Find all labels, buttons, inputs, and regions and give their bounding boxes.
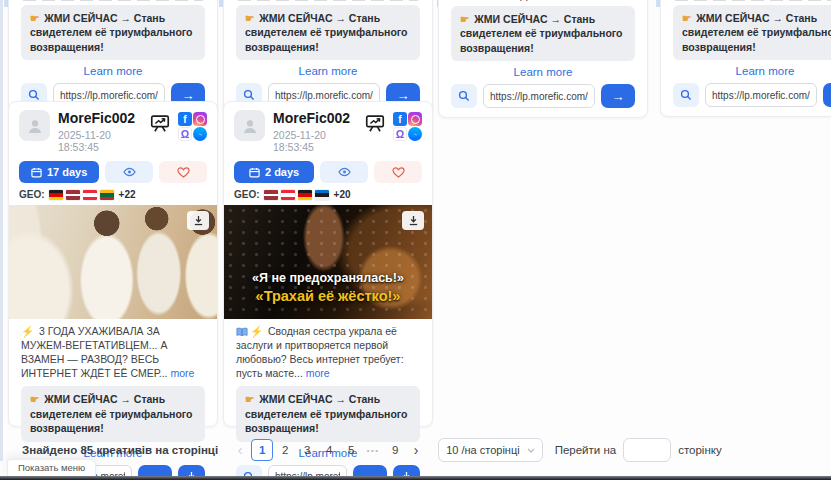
download-icon xyxy=(408,215,419,226)
cta-text: ЖМИ СЕЙЧАС → Стань свидетелем её триумфа… xyxy=(30,12,193,53)
learn-more-link[interactable]: Learn more xyxy=(661,60,831,81)
creative-header: MoreFic002 2025-11-20 18:53:45 f Ω xyxy=(224,102,432,156)
more-link[interactable]: more xyxy=(306,367,330,379)
creative-timestamp: 2025-11-20 18:53:45 xyxy=(273,129,356,153)
eye-icon xyxy=(123,167,136,177)
pointing-hand-icon: ☛ xyxy=(682,12,691,24)
presentation-chart-icon[interactable] xyxy=(364,112,386,134)
audience-glyph: Ω xyxy=(396,128,404,140)
days-active-button[interactable]: 2 days xyxy=(234,161,314,183)
download-image-button[interactable] xyxy=(187,211,209,230)
cta-text: ЖМИ СЕЙЧАС → Стань свидетелем её триумфа… xyxy=(245,12,408,53)
facebook-glyph: f xyxy=(398,114,401,125)
pointing-hand-icon: ☛ xyxy=(30,393,39,405)
days-active-button[interactable]: 17 days xyxy=(19,161,99,183)
show-menu-toggle[interactable]: Показать меню xyxy=(7,459,96,476)
page-button-1[interactable]: 1 xyxy=(251,439,273,461)
page-left-edge xyxy=(0,0,3,461)
landing-url-row: → xyxy=(673,83,831,107)
creative-image[interactable] xyxy=(9,205,217,319)
days-label: 2 days xyxy=(265,166,299,178)
learn-more-link[interactable]: Learn more xyxy=(224,60,432,81)
audience-network-icon: Ω xyxy=(178,127,192,141)
facebook-icon: f xyxy=(393,112,407,126)
learn-more-link[interactable]: Learn more xyxy=(9,60,217,81)
creative-card: MoreFic002 2025-11-20 18:53:45 f Ω 17 da… xyxy=(8,101,218,427)
landing-url-input[interactable] xyxy=(705,83,817,107)
creative-description: ⚡ 3 ГОДА УХАЖИВАЛА ЗА МУЖЕМ-ВЕГЕТАТИВЦЕМ… xyxy=(9,319,217,382)
overlay-line-1: «Я не предохранялась!» xyxy=(224,270,432,286)
creative-actions: 2 days xyxy=(234,161,422,183)
favorite-button[interactable] xyxy=(374,161,422,183)
book-icon xyxy=(236,327,248,337)
facebook-glyph: f xyxy=(183,114,186,125)
geo-flags xyxy=(49,190,114,200)
results-count: Знайдено 85 креативів на сторінці xyxy=(22,444,218,456)
goto-page-input[interactable] xyxy=(623,438,671,462)
calendar-icon xyxy=(31,167,42,178)
page-button-9[interactable]: 9 xyxy=(385,440,405,460)
preview-button[interactable] xyxy=(320,161,368,183)
days-label: 17 days xyxy=(47,166,87,178)
audience-network-icon: Ω xyxy=(393,127,407,141)
more-link[interactable]: more xyxy=(170,367,194,379)
search-button[interactable] xyxy=(451,84,477,108)
cta-quote-box: ☛ ЖМИ СЕЙЧАС → Стань свидетелем её триум… xyxy=(236,5,420,60)
geo-row: GEO: +20 xyxy=(234,189,422,200)
instagram-icon xyxy=(408,112,422,126)
geo-label: GEO: xyxy=(234,189,260,200)
page-button-5[interactable]: 5 xyxy=(341,440,361,460)
heart-icon xyxy=(392,167,405,178)
search-button[interactable] xyxy=(673,83,699,107)
geo-row: GEO: +22 xyxy=(19,189,207,200)
page-button-3[interactable]: 3 xyxy=(297,440,317,460)
flag-ee-icon xyxy=(315,190,329,200)
learn-more-link[interactable]: Learn more xyxy=(439,61,647,82)
pointing-hand-icon: ☛ xyxy=(30,12,39,24)
creative-description: ⚡ Сводная сестра украла её заслуги и при… xyxy=(224,319,432,382)
open-url-button[interactable]: → xyxy=(601,84,635,108)
cta-text: ЖМИ СЕЙЧАС → Стань свидетелем её триумфа… xyxy=(245,393,408,434)
placements: f Ω xyxy=(393,112,422,141)
advertiser-meta: MoreFic002 2025-11-20 18:53:45 xyxy=(273,110,356,153)
eye-icon xyxy=(338,167,351,177)
arrow-right-icon: → xyxy=(612,89,625,104)
page-button-2[interactable]: 2 xyxy=(275,440,295,460)
preview-button[interactable] xyxy=(105,161,153,183)
search-icon xyxy=(458,90,470,102)
cta-quote-box: ☛ ЖМИ СЕЙЧАС → Стань свидетелем её триум… xyxy=(673,5,831,60)
creative-card: MoreFic002 2025-11-20 18:53:45 f Ω 2 day… xyxy=(223,101,433,427)
cta-text: ЖМИ СЕЙЧАС → Стань свидетелем её триумфа… xyxy=(30,393,193,434)
pages-ellipsis[interactable]: ••• xyxy=(365,446,381,455)
more-link[interactable]: more xyxy=(600,0,624,1)
creative-card-partial-2: ☛ ЖМИ СЕЙЧАС → Стань свидетелем её триум… xyxy=(223,0,433,117)
lightning-icon: ⚡ xyxy=(250,325,263,337)
truncated-text: ИНТЕРНЕТ ЖДЁТ ЕЁ СМЕР... xyxy=(451,0,598,1)
cut-text-line xyxy=(675,0,831,1)
download-image-button[interactable] xyxy=(402,211,424,230)
calendar-icon xyxy=(249,167,260,178)
avatar xyxy=(19,110,50,141)
instagram-icon xyxy=(193,112,207,126)
page-size-select[interactable]: 10 /на сторінці xyxy=(438,438,543,462)
header-icons: f Ω xyxy=(364,110,422,141)
favorite-button[interactable] xyxy=(159,161,207,183)
page-button-4[interactable]: 4 xyxy=(319,440,339,460)
creative-image[interactable]: «Я не предохранялась!» «Трахай её жёстко… xyxy=(224,205,432,319)
search-icon xyxy=(28,89,40,101)
cut-text-line xyxy=(238,0,418,1)
presentation-chart-icon[interactable] xyxy=(149,112,171,134)
download-icon xyxy=(193,215,204,226)
cta-quote-box: ☛ ЖМИ СЕЙЧАС → Стань свидетелем её триум… xyxy=(451,6,635,61)
geo-flags xyxy=(264,190,329,200)
facebook-icon: f xyxy=(178,112,192,126)
open-url-button[interactable]: → xyxy=(823,83,831,107)
pagination-bar: Знайдено 85 креативів на сторінці ‹ 1 2 … xyxy=(0,437,831,463)
landing-url-row: → xyxy=(451,84,635,108)
landing-url-input[interactable] xyxy=(483,84,595,108)
prev-page-button[interactable]: ‹ xyxy=(230,442,250,458)
creative-header: MoreFic002 2025-11-20 18:53:45 f Ω xyxy=(9,102,217,156)
overlay-line-2: «Трахай её жёстко!» xyxy=(224,287,432,306)
next-page-button[interactable]: › xyxy=(406,442,426,458)
image-overlay-text: «Я не предохранялась!» «Трахай её жёстко… xyxy=(224,270,432,305)
